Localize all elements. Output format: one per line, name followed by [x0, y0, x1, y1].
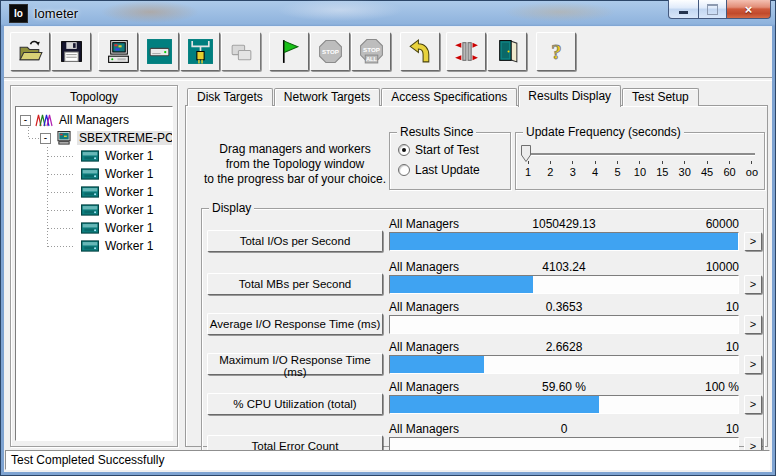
move-workers-button[interactable] — [446, 32, 486, 71]
metric-button[interactable]: % CPU Utilization (total) — [207, 393, 383, 415]
progress-bar[interactable] — [389, 232, 739, 251]
tab[interactable]: Test Setup — [622, 88, 699, 106]
bar-max-value: 10 — [726, 340, 739, 354]
worker-drive-icon — [81, 167, 99, 181]
tree-item-label: Worker 1 — [103, 221, 155, 235]
disk-worker-icon — [146, 38, 173, 65]
bar-value: 4103.24 — [542, 260, 585, 274]
slider-thumb[interactable] — [521, 145, 531, 162]
metric-button[interactable]: Maximum I/O Response Time (ms) — [207, 353, 383, 375]
metric-button[interactable]: Total MBs per Second — [207, 273, 383, 295]
save-floppy-icon — [58, 38, 85, 65]
update-frequency-group: Update Frequency (seconds) 1 — [515, 132, 765, 190]
bar-max-value: 10 — [726, 422, 739, 436]
slider-track[interactable] — [525, 153, 755, 156]
tick-mark — [684, 161, 685, 164]
topology-tree[interactable]: - All Managers - SBEXTREME-PC Worker 1 — [15, 106, 173, 441]
tick-label: 5 — [615, 166, 621, 178]
bar-scope-label: All Managers — [389, 300, 459, 314]
tree-item[interactable]: Worker 1 — [16, 219, 172, 237]
tab[interactable]: Disk Targets — [187, 88, 273, 106]
maximize-button[interactable] — [699, 0, 726, 19]
tab[interactable]: Access Specifications — [381, 88, 517, 106]
tree-expander-icon[interactable]: - — [40, 133, 51, 144]
manager-computer-icon — [55, 131, 73, 145]
tick-label: 30 — [679, 166, 691, 178]
results-since-option[interactable]: Last Update — [390, 160, 510, 180]
progress-bar-fill — [390, 356, 484, 373]
tree-item[interactable]: - SBEXTREME-PC — [16, 129, 172, 147]
expand-results-button[interactable]: > — [744, 275, 762, 294]
expand-results-button[interactable]: > — [744, 315, 762, 334]
minimize-button[interactable] — [668, 0, 699, 19]
tree-item[interactable]: Worker 1 — [16, 165, 172, 183]
progress-bar-fill — [390, 276, 533, 293]
results-since-group: Results Since Start of Test Last Update — [389, 132, 511, 190]
tree-item[interactable]: Worker 1 — [16, 183, 172, 201]
start-disk-worker-button[interactable] — [139, 32, 179, 71]
tree-item-label: Worker 1 — [103, 167, 155, 181]
radio-icon[interactable] — [398, 164, 410, 176]
expand-results-button[interactable]: > — [744, 232, 762, 251]
bar-header: All Managers 59.60 % 100 % — [389, 380, 739, 393]
tab-strip: Disk Targets Network Targets Access Spec… — [185, 85, 768, 106]
start-tests-button[interactable] — [269, 32, 309, 71]
tick-mark — [617, 161, 618, 164]
tree-item[interactable]: Worker 1 — [16, 201, 172, 219]
progress-bar[interactable] — [389, 395, 739, 414]
slider-tick: 10 — [633, 161, 647, 178]
tree-item[interactable]: - All Managers — [16, 111, 172, 129]
open-button[interactable] — [10, 32, 50, 71]
results-since-option[interactable]: Start of Test — [390, 140, 510, 160]
metric-row: Total MBs per Second All Managers 4103.2… — [202, 260, 763, 296]
metric-button[interactable]: Total I/Os per Second — [207, 230, 383, 252]
help-question-icon: ? — [543, 38, 570, 65]
tree-item[interactable]: Worker 1 — [16, 147, 172, 165]
svg-text:?: ? — [551, 41, 561, 63]
expand-results-button[interactable]: > — [744, 355, 762, 374]
bar-scope-label: All Managers — [389, 260, 459, 274]
start-manager-button[interactable] — [98, 32, 138, 71]
duplicate-worker-button[interactable] — [221, 32, 261, 71]
tick-mark — [729, 161, 730, 164]
stop-all-tests-button[interactable]: STOPALL — [351, 32, 391, 71]
display-title: Display — [209, 201, 254, 215]
tab[interactable]: Network Targets — [274, 88, 380, 106]
title-bar[interactable]: Io Iometer × — [0, 0, 776, 26]
expand-results-button[interactable]: > — [744, 395, 762, 414]
metric-button[interactable]: Average I/O Response Time (ms) — [207, 313, 383, 335]
progress-bar[interactable] — [389, 275, 739, 294]
drag-hint-text: Drag managers and workers from the Topol… — [200, 142, 390, 187]
exit-button[interactable] — [487, 32, 527, 71]
slider-tick: 1 — [521, 161, 535, 178]
save-button[interactable] — [51, 32, 91, 71]
slider-tick: 2 — [543, 161, 557, 178]
green-flag-icon — [276, 38, 303, 65]
stop-test-button[interactable]: STOP — [310, 32, 350, 71]
slider-tick: 3 — [566, 161, 580, 178]
progress-bar[interactable] — [389, 315, 739, 334]
tree-item[interactable]: Worker 1 — [16, 237, 172, 255]
toolbar-separator — [4, 77, 772, 81]
exit-door-icon — [494, 38, 521, 65]
close-button[interactable]: × — [726, 0, 771, 19]
tick-label: 60 — [723, 166, 735, 178]
tab[interactable]: Results Display — [518, 85, 621, 107]
slider-tick: 4 — [588, 161, 602, 178]
managers-icon — [35, 113, 53, 127]
tick-mark — [595, 161, 596, 164]
bar-scope-label: All Managers — [389, 217, 459, 231]
about-button[interactable]: ? — [536, 32, 576, 71]
reset-workers-button[interactable] — [400, 32, 440, 71]
tick-label: 4 — [592, 166, 598, 178]
tree-item-label: Worker 1 — [103, 239, 155, 253]
tree-expander-icon[interactable]: - — [20, 115, 31, 126]
radio-icon[interactable] — [398, 144, 410, 156]
start-network-worker-button[interactable] — [180, 32, 220, 71]
tab-label: Access Specifications — [391, 90, 507, 104]
progress-bar[interactable] — [389, 355, 739, 374]
bar-value: 0 — [561, 422, 568, 436]
bar-scope-label: All Managers — [389, 380, 459, 394]
slider-tick: 45 — [700, 161, 714, 178]
svg-text:STOP: STOP — [363, 46, 380, 53]
